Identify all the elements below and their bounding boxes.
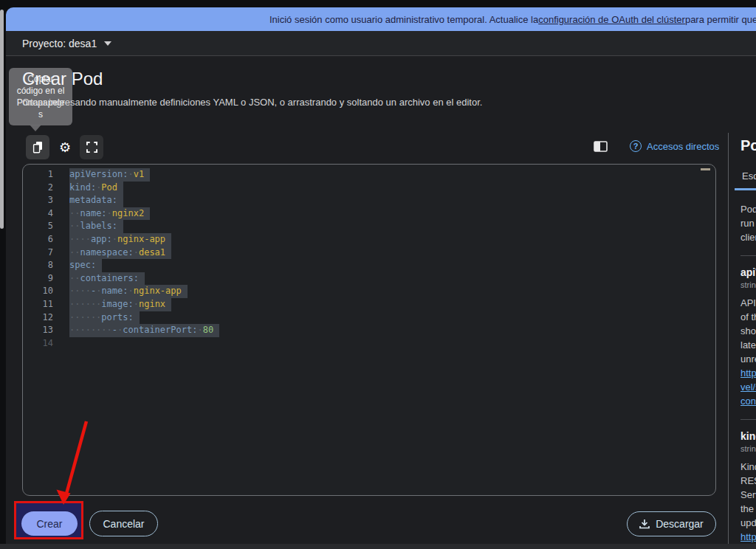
create-button[interactable]: Crear (21, 511, 78, 536)
line-number: 4 (23, 207, 53, 221)
code-line: 4··name:·nginx2 (23, 207, 715, 221)
help-circle-icon: ? (630, 140, 642, 152)
line-number: 7 (23, 246, 53, 260)
property-description: Kind is a string value representing the … (740, 460, 756, 549)
code-line: 2kind:·Pod (23, 182, 715, 195)
doc-link[interactable]: https://git.k8s.io/community/contributor… (740, 367, 756, 407)
fullscreen-button[interactable] (80, 135, 103, 159)
tooltip-caret (30, 125, 41, 131)
cancel-button[interactable]: Cancelar (89, 511, 158, 536)
download-label: Descargar (656, 518, 704, 530)
project-bar: Proyecto: desa1 (6, 31, 756, 56)
sidebar-intro: Pod is a collection of containers that c… (740, 202, 756, 244)
code-line: 1apiVersion:·v1 (23, 168, 715, 182)
schema-property: apiVersionstringAPIVersion defines the v… (740, 255, 756, 408)
line-number: 3 (23, 194, 53, 207)
page-scrollbar[interactable] (0, 10, 4, 229)
project-selector[interactable]: Proyecto: desa1 (22, 38, 97, 49)
bottom-edge-strip (0, 544, 756, 549)
shortcuts-label: Accesos directos (647, 141, 719, 152)
banner-text-after: para permitir que (685, 14, 756, 25)
gear-icon: ⚙ (59, 141, 71, 154)
shortcuts-link[interactable]: ? Accesos directos (630, 140, 719, 152)
line-number: 14 (23, 337, 53, 351)
sidebar-properties: apiVersionstringAPIVersion defines the v… (740, 255, 756, 549)
chevron-down-icon[interactable] (104, 41, 111, 46)
line-number: 2 (23, 182, 53, 195)
oauth-config-link[interactable]: configuración de OAuth del clúster (538, 14, 685, 25)
sidebar-title: Pod (740, 137, 756, 154)
download-button[interactable]: Descargar (627, 511, 716, 536)
code-line: 10····-·name:·nginx-app (23, 285, 715, 298)
overview-ruler-mark (701, 168, 710, 170)
line-number: 1 (23, 168, 53, 182)
code-line: 8spec: (23, 259, 715, 272)
property-name: kind (740, 430, 756, 442)
schema-sidebar: Pod Esquema Pod is a collection of conta… (728, 133, 756, 549)
property-name: apiVersion (740, 266, 756, 278)
fullscreen-icon (86, 142, 97, 153)
schema-property: kindstringKind is a string value represe… (740, 419, 756, 549)
page-description: Crear ingresando manualmente definicione… (22, 97, 482, 108)
code-line: 11······image:·nginx (23, 298, 715, 311)
code-line: 12······ports: (23, 311, 715, 325)
divider (740, 419, 756, 420)
line-number: 9 (23, 272, 53, 286)
code-line: 7··namespace:·desa1 (23, 246, 715, 260)
tab-schema[interactable]: Esquema (735, 170, 756, 190)
copy-button[interactable] (26, 135, 49, 159)
code-line: 3metadata: (23, 194, 715, 207)
code-line: 14 (23, 337, 715, 351)
line-number: 13 (23, 324, 53, 337)
divider (740, 255, 756, 256)
code-lines: 1apiVersion:·v12kind:·Pod3metadata:4··na… (23, 165, 715, 350)
line-number: 11 (23, 298, 53, 311)
side-panel-icon (594, 141, 608, 152)
download-icon (639, 519, 650, 529)
page-title: Crear Pod (22, 69, 103, 89)
property-type: string (740, 280, 756, 289)
line-number: 8 (23, 259, 53, 272)
line-number: 10 (23, 285, 53, 298)
session-banner: Inició sesión como usuario administrativ… (6, 7, 756, 31)
code-line: 9··containers: (23, 272, 715, 286)
settings-button[interactable]: ⚙ (53, 135, 77, 159)
line-number: 12 (23, 311, 53, 325)
code-line: 13········-·containerPort:·80 (23, 324, 715, 337)
code-line: 5··labels: (23, 220, 715, 233)
sidebar-toggle-button[interactable] (594, 141, 608, 152)
copy-icon (32, 141, 44, 153)
property-type: string (740, 444, 756, 453)
line-number: 6 (23, 233, 53, 246)
line-number: 5 (23, 220, 53, 233)
code-line: 6····app:·nginx-app (23, 233, 715, 246)
yaml-editor[interactable]: 1apiVersion:·v12kind:·Pod3metadata:4··na… (22, 164, 716, 496)
property-description: APIVersion defines the versioned schema … (740, 296, 756, 408)
banner-text: Inició sesión como usuario administrativ… (269, 14, 538, 25)
